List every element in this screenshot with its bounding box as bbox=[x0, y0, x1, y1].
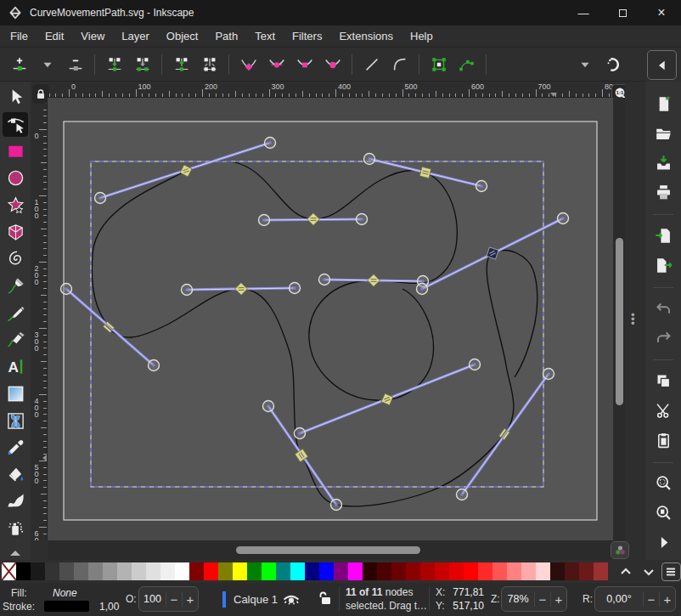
object-to-path-button[interactable] bbox=[425, 50, 453, 79]
palette-swatch[interactable] bbox=[233, 562, 247, 580]
vertical-scrollbar-thumb[interactable] bbox=[616, 238, 623, 405]
break-nodes-button[interactable] bbox=[167, 50, 195, 79]
palette-swatch[interactable] bbox=[420, 562, 435, 580]
cut-button[interactable] bbox=[650, 398, 676, 423]
menu-edit[interactable]: Edit bbox=[37, 26, 72, 46]
palette-swatch[interactable] bbox=[594, 562, 608, 580]
horizontal-ruler[interactable]: 0100200300400500600700800 bbox=[48, 82, 613, 98]
dock-grip-handle[interactable]: ••• bbox=[631, 313, 635, 325]
layer-indicator[interactable]: Calque 1 bbox=[222, 591, 278, 608]
palette-swatch-none[interactable] bbox=[2, 562, 16, 580]
palette-swatch[interactable] bbox=[204, 562, 218, 580]
palette-swatch[interactable] bbox=[218, 562, 233, 580]
menu-help[interactable]: Help bbox=[402, 26, 442, 46]
menu-text[interactable]: Text bbox=[246, 26, 284, 46]
maximize-button[interactable] bbox=[603, 0, 642, 25]
close-button[interactable]: × bbox=[642, 0, 681, 25]
palette-swatch[interactable] bbox=[391, 562, 406, 580]
palette-swatch[interactable] bbox=[247, 562, 262, 580]
rotation-spinbox[interactable]: 0,00° − + bbox=[594, 586, 676, 612]
zoom-spinbox[interactable]: 78% − + bbox=[501, 586, 567, 612]
palette-swatch[interactable] bbox=[262, 562, 276, 580]
palette-swatch[interactable] bbox=[406, 562, 420, 580]
tool-dropper[interactable] bbox=[3, 435, 28, 460]
menu-path[interactable]: Path bbox=[206, 26, 246, 46]
delete-segment-button[interactable] bbox=[195, 50, 223, 79]
import-button[interactable] bbox=[650, 223, 676, 248]
guide-lock-toggle[interactable] bbox=[32, 84, 49, 104]
tool-tweak[interactable] bbox=[3, 489, 28, 514]
palette-swatch[interactable] bbox=[579, 562, 594, 580]
palette-swatch[interactable] bbox=[16, 562, 31, 580]
insert-node-menu-button[interactable] bbox=[33, 50, 61, 79]
new-document-button[interactable] bbox=[650, 92, 676, 116]
expand-dialogs-button[interactable] bbox=[650, 530, 676, 555]
palette-swatch[interactable] bbox=[478, 562, 492, 580]
path-node-square[interactable] bbox=[419, 167, 431, 178]
palette-swatch[interactable] bbox=[305, 562, 319, 580]
make-corner-node-button[interactable] bbox=[234, 50, 262, 79]
insert-node-button[interactable] bbox=[5, 50, 33, 79]
rotation-decrease-button[interactable]: − bbox=[643, 592, 659, 607]
opacity-spinbox[interactable]: 100 − + bbox=[138, 586, 199, 612]
canvas[interactable] bbox=[48, 98, 613, 540]
menu-object[interactable]: Object bbox=[158, 26, 207, 46]
palette-swatch[interactable] bbox=[74, 562, 88, 580]
palette-swatch[interactable] bbox=[319, 562, 334, 580]
snap-bar-collapse-button[interactable] bbox=[647, 50, 677, 80]
minimize-button[interactable]: — bbox=[564, 0, 603, 25]
stroke-to-path-button[interactable] bbox=[453, 50, 481, 79]
menu-file[interactable]: File bbox=[2, 26, 37, 46]
rotation-value[interactable]: 0,00° bbox=[595, 593, 643, 605]
palette-swatch[interactable] bbox=[507, 562, 521, 580]
make-auto-node-button[interactable] bbox=[318, 50, 346, 79]
fill-value[interactable]: None bbox=[53, 587, 77, 599]
palette-swatch[interactable] bbox=[31, 562, 45, 580]
tool-node-editor[interactable] bbox=[3, 112, 28, 137]
tool-text[interactable]: A bbox=[3, 354, 28, 379]
rotation-increase-button[interactable]: + bbox=[659, 592, 675, 607]
palette-swatch[interactable] bbox=[88, 562, 103, 580]
zoom-increase-button[interactable]: + bbox=[550, 592, 566, 607]
palette-swatch[interactable] bbox=[117, 562, 132, 580]
palette-swatch[interactable] bbox=[464, 562, 478, 580]
tool-ellipse[interactable] bbox=[3, 166, 28, 190]
palette-swatch[interactable] bbox=[348, 562, 363, 580]
tool-selector[interactable] bbox=[3, 85, 28, 110]
menu-layer[interactable]: Layer bbox=[113, 26, 158, 46]
color-managed-display-toggle[interactable] bbox=[611, 541, 629, 559]
palette-scroll-down[interactable] bbox=[638, 562, 659, 581]
tool-calligraphy[interactable] bbox=[3, 327, 28, 352]
horizontal-scrollbar-thumb[interactable] bbox=[236, 546, 420, 554]
tool-pen[interactable] bbox=[3, 274, 28, 298]
opacity-value[interactable]: 100 bbox=[139, 593, 166, 605]
stroke-color-swatch[interactable] bbox=[44, 601, 89, 612]
make-smooth-node-button[interactable] bbox=[262, 50, 290, 79]
tool-star[interactable] bbox=[3, 193, 28, 218]
palette-swatch[interactable] bbox=[334, 562, 348, 580]
vertical-ruler[interactable]: 0100200300400500600 bbox=[31, 98, 48, 540]
palette-swatch[interactable] bbox=[565, 562, 579, 580]
tool-3dbox[interactable] bbox=[3, 220, 28, 245]
tool-paint-bucket[interactable] bbox=[3, 462, 28, 487]
duplicate-button[interactable] bbox=[650, 369, 676, 393]
toolbox-scroll-more-button[interactable] bbox=[9, 545, 21, 560]
palette-swatch[interactable] bbox=[550, 562, 565, 580]
next-path-effect-parameter-button[interactable] bbox=[599, 50, 627, 79]
menu-view[interactable]: View bbox=[72, 26, 113, 46]
open-document-button[interactable] bbox=[650, 122, 676, 146]
palette-swatch[interactable] bbox=[363, 562, 377, 580]
palette-swatch[interactable] bbox=[59, 562, 74, 580]
horizontal-scrollbar[interactable] bbox=[48, 540, 613, 560]
opacity-decrease-button[interactable]: − bbox=[166, 592, 182, 607]
save-document-button[interactable] bbox=[650, 151, 676, 176]
make-curve-segment-button[interactable] bbox=[386, 50, 414, 79]
tool-spray[interactable] bbox=[3, 516, 28, 540]
zoom-selection-button[interactable] bbox=[650, 472, 676, 496]
vertical-scrollbar[interactable] bbox=[613, 98, 625, 540]
drawing-area[interactable] bbox=[48, 98, 613, 540]
palette-swatch[interactable] bbox=[492, 562, 507, 580]
opacity-increase-button[interactable]: + bbox=[182, 592, 198, 607]
palette-swatch[interactable] bbox=[435, 562, 449, 580]
undo-button[interactable] bbox=[650, 297, 676, 321]
